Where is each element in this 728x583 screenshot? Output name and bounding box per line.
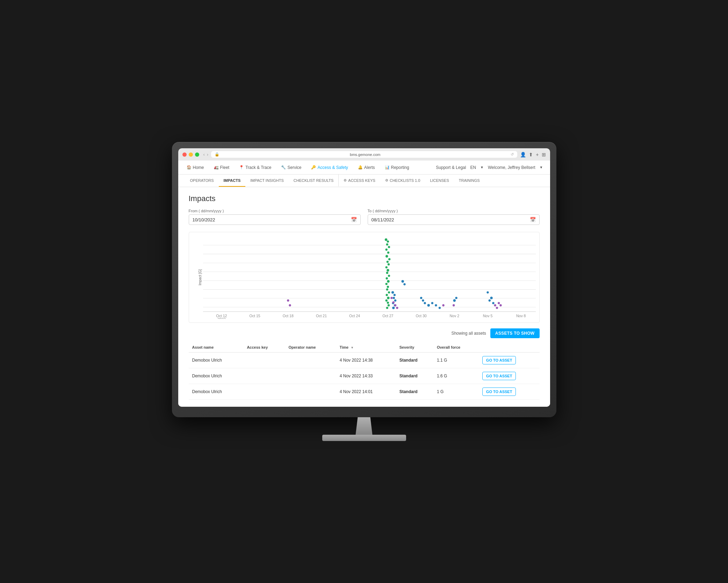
back-icon[interactable]: ‹ [203,152,205,157]
subnav-impact-insights-label: IMPACT INSIGHTS [250,178,284,183]
subnav-access-keys[interactable]: ⚙ ACCESS KEYS [338,175,380,187]
col-access-key: Access key [243,342,285,353]
from-date-input[interactable] [193,217,351,222]
close-button[interactable] [182,152,187,157]
svg-point-82 [490,297,492,299]
forward-icon[interactable]: › [207,152,208,157]
svg-text:Oct 30: Oct 30 [416,314,426,318]
svg-point-81 [488,299,490,301]
subnav-trainings-label: TRAININGS [459,178,480,183]
svg-text:Oct 27: Oct 27 [382,314,393,318]
svg-point-54 [387,301,389,304]
minimize-button[interactable] [189,152,193,157]
cell-asset-name-2: Demobox Ulrich [189,384,244,400]
cell-force-2: 1 G [433,384,479,400]
assets-to-show-button[interactable]: ASSETS TO SHOW [490,328,540,338]
nav-alerts[interactable]: 🔔 Alerts [356,165,376,170]
nav-service[interactable]: 🔧 Service [280,165,303,170]
svg-point-43 [386,272,388,274]
svg-text:Oct 18: Oct 18 [282,314,293,318]
from-calendar-icon[interactable]: 📅 [351,217,357,222]
cell-access-key-1 [243,368,285,384]
cell-action-1[interactable]: GO TO ASSET [479,368,540,384]
nav-reporting[interactable]: 📊 Reporting [383,165,411,170]
svg-point-70 [431,302,433,304]
svg-point-37 [385,255,388,257]
cell-action-0[interactable]: GO TO ASSET [479,353,540,368]
svg-point-56 [386,307,388,309]
svg-point-35 [385,249,387,251]
browser-titlebar: ‹ › 🔒 bms.gemone.com ↺ 👤 ⬆ + ⊞ [182,151,546,161]
svg-point-73 [390,297,392,299]
svg-point-80 [486,291,489,293]
nav-access-safety[interactable]: 🔑 Access & Safety [310,165,349,170]
nav-home[interactable]: 🏠 Home [185,165,206,170]
subnav-access-keys-label: ACCESS KEYS [348,178,375,183]
svg-point-32 [387,240,389,242]
lock-icon: 🔒 [215,152,219,157]
svg-point-67 [422,299,424,301]
traffic-lights [182,152,199,157]
svg-point-53 [385,299,387,301]
subnav-impacts[interactable]: IMPACTS [219,175,246,187]
to-date-input[interactable] [372,217,530,222]
from-date-input-wrapper[interactable]: 📅 [189,214,361,225]
browser-chrome: ‹ › 🔒 bms.gemone.com ↺ 👤 ⬆ + ⊞ [178,148,550,161]
browser-nav-controls: ‹ › [203,152,209,157]
svg-point-83 [492,302,494,304]
cell-force-0: 1.1 G [433,353,479,368]
support-legal-link[interactable]: Support & Legal [436,165,466,170]
svg-point-49 [386,288,388,290]
subnav-licenses[interactable]: LICENSES [425,175,454,187]
svg-point-36 [387,251,389,254]
svg-point-55 [387,304,389,306]
subnav-checklist-results[interactable]: CHECKLIST RESULTS [289,175,339,187]
cell-asset-name-1: Demobox Ulrich [189,368,244,384]
subnav-checklists[interactable]: ⚙ CHECKLISTS 1.0 [380,175,425,187]
svg-point-50 [388,291,390,293]
reload-icon[interactable]: ↺ [511,152,514,157]
cell-time-0: 4 Nov 2022 14:38 [336,353,396,368]
svg-point-45 [385,277,388,279]
reporting-icon: 📊 [385,165,390,170]
add-tab-icon[interactable]: + [536,152,539,157]
cell-access-key-0 [243,353,285,368]
chart-area: Impact [G] 1 [189,232,540,323]
go-to-asset-button-0[interactable]: GO TO ASSET [482,356,516,364]
to-date-input-wrapper[interactable]: 📅 [368,214,540,225]
subnav-impact-insights[interactable]: IMPACT INSIGHTS [245,175,289,187]
svg-point-77 [442,304,444,306]
svg-point-60 [394,299,396,301]
fleet-icon: 🚛 [214,165,219,170]
svg-point-72 [438,307,440,309]
monitor-stand-base [322,435,406,441]
address-bar[interactable]: 🔒 bms.gemone.com ↺ [211,151,517,158]
from-date-field: From ( dd/mm/yyyy ) 📅 [189,209,361,225]
monitor-bezel: ‹ › 🔒 bms.gemone.com ↺ 👤 ⬆ + ⊞ [178,148,550,407]
svg-point-63 [392,307,395,309]
maximize-button[interactable] [195,152,199,157]
to-date-field: To ( dd/mm/yyyy ) 📅 [368,209,540,225]
nav-track-trace[interactable]: 📍 Track & Trace [238,165,273,170]
svg-text:Oct 15: Oct 15 [249,314,260,318]
svg-point-44 [388,275,390,277]
language-selector[interactable]: EN [470,165,476,170]
col-overall-force: Overall force [433,342,479,353]
svg-point-71 [435,304,437,306]
subnav-trainings[interactable]: TRAININGS [454,175,485,187]
nav-reporting-label: Reporting [391,165,409,170]
page-title: Impacts [189,194,540,203]
svg-point-41 [385,266,387,268]
nav-service-label: Service [287,165,301,170]
service-icon: 🔧 [281,165,286,170]
showing-all-assets-label: Showing all assets [451,331,486,336]
to-calendar-icon[interactable]: 📅 [530,217,536,222]
go-to-asset-button-2[interactable]: GO TO ASSET [482,388,516,396]
subnav-operators[interactable]: OPERATORS [185,175,219,187]
go-to-asset-button-1[interactable]: GO TO ASSET [482,372,516,380]
bookmark-icon[interactable]: ⬆ [529,152,533,157]
cell-action-2[interactable]: GO TO ASSET [479,384,540,400]
svg-point-57 [391,291,394,293]
nav-fleet[interactable]: 🚛 Fleet [212,165,231,170]
col-time[interactable]: Time ▼ [336,342,396,353]
